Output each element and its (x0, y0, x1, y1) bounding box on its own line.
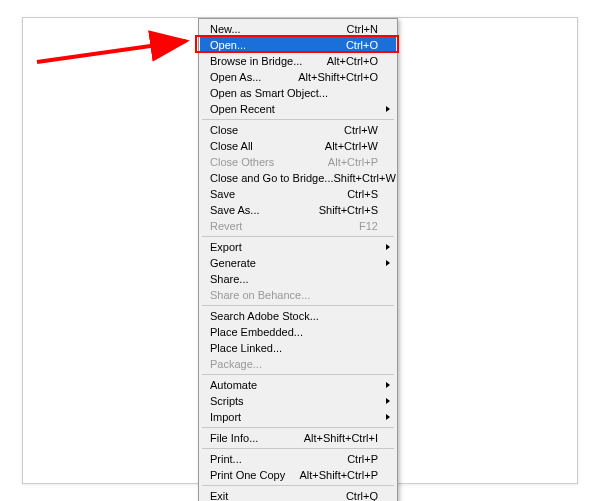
menu-item-shortcut: Ctrl+P (347, 453, 378, 465)
submenu-arrow-icon (386, 260, 390, 266)
menu-item-label: Close All (210, 140, 325, 152)
menu-item-shortcut: Ctrl+Q (346, 490, 378, 501)
menu-item-label: Package... (210, 358, 378, 370)
menu-item-label: Save As... (210, 204, 319, 216)
menu-item-place-embedded[interactable]: Place Embedded... (200, 324, 396, 340)
menu-item-print-one-copy[interactable]: Print One CopyAlt+Shift+Ctrl+P (200, 467, 396, 483)
menu-item-shortcut: Shift+Ctrl+S (319, 204, 378, 216)
menu-item-label: Import (210, 411, 378, 423)
menu-item-label: Automate (210, 379, 378, 391)
menu-separator (202, 305, 394, 306)
menu-item-browse-in-bridge[interactable]: Browse in Bridge...Alt+Ctrl+O (200, 53, 396, 69)
menu-item-open-as[interactable]: Open As...Alt+Shift+Ctrl+O (200, 69, 396, 85)
menu-item-shortcut: F12 (359, 220, 378, 232)
menu-item-open[interactable]: Open...Ctrl+O (200, 37, 396, 53)
menu-item-close-all[interactable]: Close AllAlt+Ctrl+W (200, 138, 396, 154)
menu-item-search-adobe-stock[interactable]: Search Adobe Stock... (200, 308, 396, 324)
menu-item-shortcut: Alt+Ctrl+P (328, 156, 378, 168)
menu-item-shortcut: Ctrl+W (344, 124, 378, 136)
menu-item-label: Revert (210, 220, 359, 232)
submenu-arrow-icon (386, 414, 390, 420)
menu-item-label: Print... (210, 453, 347, 465)
menu-separator (202, 374, 394, 375)
menu-item-save[interactable]: SaveCtrl+S (200, 186, 396, 202)
menu-item-scripts[interactable]: Scripts (200, 393, 396, 409)
menu-item-label: File Info... (210, 432, 304, 444)
menu-item-label: Place Linked... (210, 342, 378, 354)
submenu-arrow-icon (386, 106, 390, 112)
menu-item-shortcut: Ctrl+O (346, 39, 378, 51)
menu-item-label: Close and Go to Bridge... (210, 172, 334, 184)
menu-item-place-linked[interactable]: Place Linked... (200, 340, 396, 356)
menu-item-close-others: Close OthersAlt+Ctrl+P (200, 154, 396, 170)
menu-separator (202, 427, 394, 428)
submenu-arrow-icon (386, 398, 390, 404)
menu-item-close[interactable]: CloseCtrl+W (200, 122, 396, 138)
menu-item-label: Open Recent (210, 103, 378, 115)
menu-item-label: Close (210, 124, 344, 136)
menu-item-label: Scripts (210, 395, 378, 407)
menu-item-file-info[interactable]: File Info...Alt+Shift+Ctrl+I (200, 430, 396, 446)
menu-item-label: Place Embedded... (210, 326, 378, 338)
menu-item-label: New... (210, 23, 347, 35)
menu-item-label: Print One Copy (210, 469, 299, 481)
menu-item-label: Share on Behance... (210, 289, 378, 301)
menu-item-shortcut: Shift+Ctrl+W (334, 172, 396, 184)
menu-item-exit[interactable]: ExitCtrl+Q (200, 488, 396, 501)
menu-separator (202, 236, 394, 237)
menu-item-generate[interactable]: Generate (200, 255, 396, 271)
menu-item-import[interactable]: Import (200, 409, 396, 425)
menu-item-label: Open As... (210, 71, 298, 83)
menu-item-shortcut: Alt+Shift+Ctrl+P (299, 469, 378, 481)
menu-item-export[interactable]: Export (200, 239, 396, 255)
file-menu: New...Ctrl+NOpen...Ctrl+OBrowse in Bridg… (198, 18, 398, 501)
menu-item-share-on-behance: Share on Behance... (200, 287, 396, 303)
menu-item-new[interactable]: New...Ctrl+N (200, 21, 396, 37)
menu-item-automate[interactable]: Automate (200, 377, 396, 393)
menu-separator (202, 448, 394, 449)
menu-item-label: Close Others (210, 156, 328, 168)
menu-separator (202, 119, 394, 120)
menu-item-shortcut: Alt+Shift+Ctrl+I (304, 432, 378, 444)
menu-item-shortcut: Ctrl+S (347, 188, 378, 200)
menu-item-label: Browse in Bridge... (210, 55, 327, 67)
menu-item-shortcut: Ctrl+N (347, 23, 378, 35)
submenu-arrow-icon (386, 244, 390, 250)
menu-item-share[interactable]: Share... (200, 271, 396, 287)
menu-item-open-as-smart-object[interactable]: Open as Smart Object... (200, 85, 396, 101)
submenu-arrow-icon (386, 382, 390, 388)
menu-item-shortcut: Alt+Shift+Ctrl+O (298, 71, 378, 83)
menu-item-close-and-go-to-bridge[interactable]: Close and Go to Bridge...Shift+Ctrl+W (200, 170, 396, 186)
menu-item-shortcut: Alt+Ctrl+O (327, 55, 378, 67)
menu-item-label: Open as Smart Object... (210, 87, 378, 99)
menu-item-open-recent[interactable]: Open Recent (200, 101, 396, 117)
menu-item-save-as[interactable]: Save As...Shift+Ctrl+S (200, 202, 396, 218)
menu-item-revert: RevertF12 (200, 218, 396, 234)
menu-separator (202, 485, 394, 486)
menu-item-shortcut: Alt+Ctrl+W (325, 140, 378, 152)
menu-item-package: Package... (200, 356, 396, 372)
menu-item-label: Search Adobe Stock... (210, 310, 378, 322)
menu-item-label: Open... (210, 39, 346, 51)
menu-item-label: Generate (210, 257, 378, 269)
menu-item-print[interactable]: Print...Ctrl+P (200, 451, 396, 467)
menu-item-label: Export (210, 241, 378, 253)
menu-item-label: Share... (210, 273, 378, 285)
menu-item-label: Save (210, 188, 347, 200)
menu-item-label: Exit (210, 490, 346, 501)
